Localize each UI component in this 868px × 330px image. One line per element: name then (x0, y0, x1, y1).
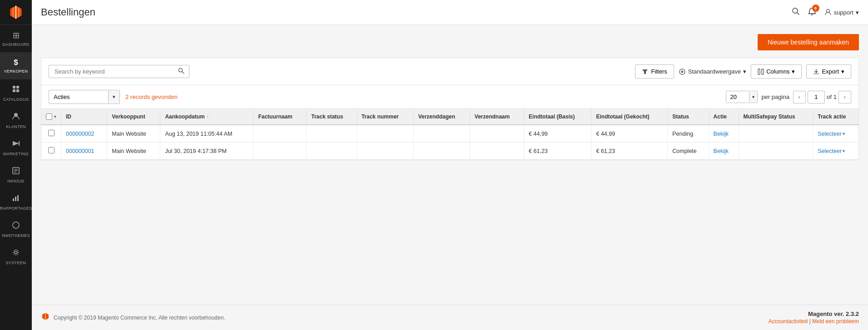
sidebar-item-label-marketing: MARKETING (3, 152, 29, 156)
sidebar-item-verkopen[interactable]: $ VERKOPEN (0, 52, 32, 79)
filters-button[interactable]: Filters (635, 64, 674, 79)
row1-track-nummer (357, 125, 413, 143)
search-input-wrap (49, 65, 189, 78)
sidebar-item-label-nwdthemes: NWDTHEMES (2, 233, 30, 238)
filter-bar: Filters Standaardweergave ▾ Columns ▾ Ex… (41, 58, 859, 85)
svg-rect-1 (16, 86, 19, 89)
dashboard-icon: ⊞ (13, 30, 20, 40)
sidebar-item-dashboard[interactable]: ⊞ DASHBOARD (0, 25, 32, 52)
svg-rect-3 (16, 89, 19, 92)
row2-eindtotaal-basis: € 61,23 (524, 143, 591, 160)
sidebar-item-inhoud[interactable]: INHOUD (0, 161, 32, 188)
row1-actie: Bekijk (709, 125, 739, 143)
row1-selecteer-btn[interactable]: Selecteer ▾ (818, 131, 854, 137)
select-all-chevron[interactable]: ▾ (54, 114, 56, 119)
sidebar-item-catalogus[interactable]: CATALOGUS (0, 79, 32, 107)
header-track-status: Track status (307, 109, 357, 125)
prev-page-button[interactable]: ‹ (793, 91, 806, 103)
user-label: support (834, 9, 853, 16)
view-dropdown-arrow: ▾ (743, 68, 746, 75)
columns-label: Columns (766, 68, 789, 75)
row2-track-actie: Selecteer ▾ (813, 143, 858, 160)
header-track-nummer: Track nummer (357, 109, 413, 125)
sidebar-item-label-dashboard: DASHBOARD (2, 42, 30, 47)
footer-left: Copyright © 2019 Magento Commerce Inc. A… (41, 312, 225, 323)
svg-rect-24 (758, 69, 760, 74)
header-eindtotaal-gekocht: Eindtotaal (Gekocht) (591, 109, 668, 125)
search-input[interactable] (53, 65, 177, 78)
acties-dropdown[interactable]: Acties (49, 90, 108, 103)
per-page-label: per pagina (761, 94, 789, 100)
user-menu-button[interactable]: support ▾ (824, 9, 859, 16)
accountactiviteit-link[interactable]: Accountactiviteit (769, 318, 808, 325)
footer-links: Accountactiviteit | Meld een probleem (769, 318, 859, 325)
filters-label: Filters (651, 68, 667, 75)
new-order-button[interactable]: Nieuwe bestelling aanmaken (758, 34, 859, 50)
row1-selecteer-link[interactable]: Selecteer (818, 131, 842, 137)
row2-bekijk-link[interactable]: Bekijk (714, 148, 729, 154)
systeem-icon (12, 248, 20, 259)
sidebar-item-marketing[interactable]: MARKETING (0, 134, 32, 161)
action-bar-top: Nieuwe bestelling aanmaken (41, 34, 859, 50)
inhoud-icon (12, 167, 20, 177)
magento-logo-icon (8, 4, 24, 20)
page-input[interactable] (808, 91, 825, 103)
row1-bekijk-link[interactable]: Bekijk (714, 131, 729, 137)
svg-line-20 (182, 72, 184, 74)
meld-probleem-link[interactable]: Meld een probleem (812, 318, 859, 325)
sidebar-item-label-verkopen: VERKOPEN (4, 69, 28, 74)
footer-copyright: Copyright © 2019 Magento Commerce Inc. A… (54, 315, 225, 321)
sidebar-item-klanten[interactable]: KLANTEN (0, 107, 32, 134)
row1-checkbox[interactable] (48, 130, 55, 136)
sidebar-item-label-inhoud: INHOUD (7, 179, 24, 183)
sidebar-item-nwdthemes[interactable]: NWDTHEMES (0, 216, 32, 243)
row1-eindtotaal-gekocht: € 44,99 (591, 125, 668, 143)
row1-track-actie: Selecteer ▾ (813, 125, 858, 143)
row2-id-link[interactable]: 000000001 (66, 148, 94, 154)
row1-id-link[interactable]: 000000002 (66, 131, 94, 137)
row2-actie: Bekijk (709, 143, 739, 160)
row1-status: Pending (668, 125, 709, 143)
search-submit-button[interactable] (177, 67, 185, 76)
header-factuurnaam: Factuurnaam (253, 109, 307, 125)
row2-verzenddagen (413, 143, 470, 160)
per-page-dropdown[interactable]: 20 50 100 (726, 91, 749, 103)
acties-dropdown-arrow[interactable]: ▾ (108, 91, 119, 103)
filter-right-controls: Filters Standaardweergave ▾ Columns ▾ Ex… (635, 64, 851, 79)
header-multisafepay-status: MultiSafepay Status (739, 109, 813, 125)
next-page-button[interactable]: › (838, 91, 851, 103)
header-aankoopdatum[interactable]: Aankoopdatum ↑ (160, 109, 253, 125)
notification-bell-icon[interactable]: 6 (808, 7, 816, 18)
view-selector[interactable]: Standaardweergave ▾ (679, 68, 746, 75)
records-bar: Acties ▾ 2 records gevonden 20 50 100 ▾ … (41, 85, 859, 109)
row2-id: 000000001 (61, 143, 107, 160)
svg-rect-13 (17, 195, 19, 201)
row2-selecteer-btn[interactable]: Selecteer ▾ (818, 148, 854, 154)
svg-marker-21 (642, 69, 648, 74)
footer-logo-icon (41, 312, 50, 323)
row2-track-status (307, 143, 357, 160)
columns-button[interactable]: Columns ▾ (751, 64, 802, 79)
row2-status: Complete (668, 143, 709, 160)
row2-checkbox-cell (41, 143, 61, 160)
select-all-checkbox[interactable] (46, 113, 52, 120)
row2-selecteer-link[interactable]: Selecteer (818, 148, 842, 154)
per-page-dropdown-arrow[interactable]: ▾ (749, 92, 757, 102)
footer-version-number: ver. 2.3.2 (834, 310, 859, 317)
svg-marker-5 (13, 141, 19, 146)
sidebar-item-systeem[interactable]: SYSTEEM (0, 243, 32, 270)
pagination-controls: 20 50 100 ▾ per pagina ‹ of 1 › (726, 91, 851, 103)
sidebar-item-label-klanten: KLANTEN (6, 124, 26, 129)
svg-point-23 (681, 70, 683, 73)
export-button[interactable]: Export ▾ (806, 64, 851, 79)
search-icon-btn[interactable] (792, 7, 800, 18)
header-eindtotaal-basis: Eindtotaal (Basis) (524, 109, 591, 125)
sidebar-item-rapportages[interactable]: RAPPORTAGES (0, 188, 32, 216)
klanten-icon (12, 112, 20, 123)
row1-checkbox-cell (41, 125, 61, 143)
row1-verzenddagen (413, 125, 470, 143)
nwdthemes-icon (12, 221, 20, 231)
header-verzendnaam: Verzendnaam (470, 109, 524, 125)
row1-verkooppunt: Main Website (107, 125, 160, 143)
row2-checkbox[interactable] (48, 147, 55, 153)
